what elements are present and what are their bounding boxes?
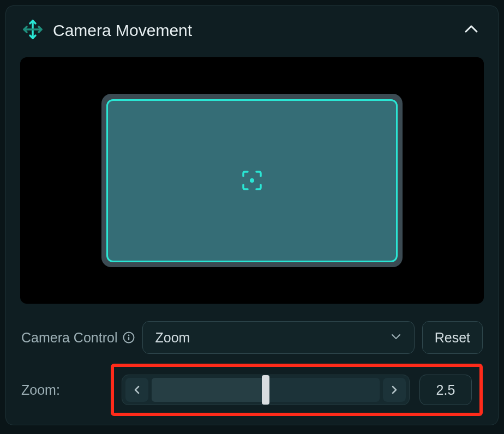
reset-button[interactable]: Reset: [422, 321, 483, 354]
svg-point-0: [250, 178, 254, 183]
zoom-label: Zoom:: [21, 382, 103, 398]
info-icon[interactable]: [123, 331, 135, 343]
slider-fill: [152, 378, 266, 402]
slider-thumb[interactable]: [262, 375, 269, 405]
camera-control-label-wrap: Camera Control: [21, 330, 135, 346]
panel-header: Camera Movement: [6, 6, 498, 50]
zoom-value-input[interactable]: 2.5: [419, 375, 472, 405]
camera-movement-panel: Camera Movement: [5, 5, 499, 425]
panel-title-wrap: Camera Movement: [22, 19, 192, 42]
zoom-value: 2.5: [436, 382, 455, 398]
panel-title: Camera Movement: [53, 21, 192, 40]
highlight-annotation: 2.5: [111, 364, 483, 416]
preview-frame-inner[interactable]: [106, 99, 398, 262]
camera-control-dropdown[interactable]: Zoom: [142, 321, 414, 354]
focus-target-icon: [241, 169, 263, 192]
camera-preview: [20, 57, 484, 304]
zoom-row: Zoom: 2.5: [6, 355, 498, 416]
zoom-slider: [122, 375, 410, 405]
camera-control-label: Camera Control: [21, 330, 117, 346]
dropdown-selected-value: Zoom: [155, 330, 190, 346]
chevron-down-icon: [390, 330, 402, 345]
chevron-up-icon[interactable]: [461, 19, 482, 42]
slider-increase-button[interactable]: [383, 378, 406, 402]
preview-frame-outer: [101, 94, 403, 267]
slider-decrease-button[interactable]: [125, 378, 148, 402]
camera-control-row: Camera Control Zoom Reset: [6, 318, 498, 355]
svg-point-2: [128, 335, 130, 336]
reset-button-label: Reset: [435, 330, 470, 346]
svg-rect-3: [128, 337, 129, 341]
slider-track[interactable]: [152, 378, 380, 402]
move-arrows-icon: [22, 19, 43, 42]
